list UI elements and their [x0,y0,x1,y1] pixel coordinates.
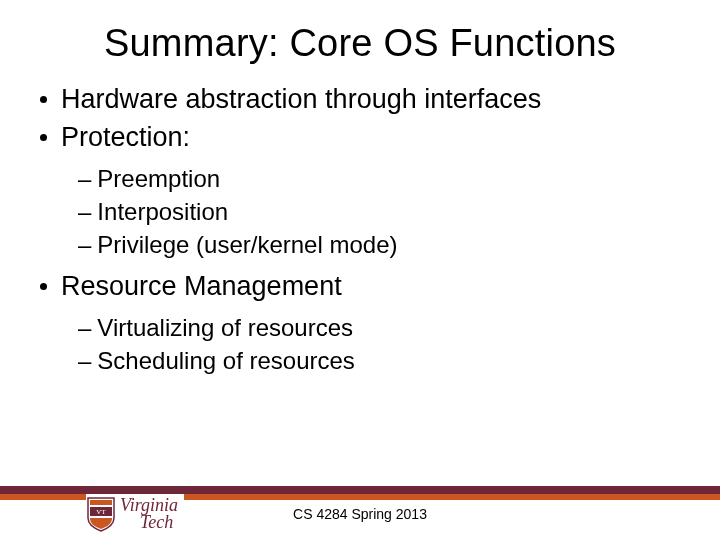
subbullet-text: Preemption [97,163,220,194]
dash-icon: – [78,312,91,343]
subbullet-virtualizing: – Virtualizing of resources [40,312,680,343]
logo-text: Virginia Tech [120,497,178,531]
dash-icon: – [78,229,91,260]
bullet-hardware-abstraction: Hardware abstraction through interfaces [40,83,680,117]
bullet-text: Protection: [61,121,190,155]
slide-title: Summary: Core OS Functions [0,0,720,83]
subbullet-privilege: – Privilege (user/kernel mode) [40,229,680,260]
bullet-dot-icon [40,134,47,141]
subbullet-text: Scheduling of resources [97,345,354,376]
logo-line2: Tech [140,514,178,531]
band-maroon [0,486,720,494]
subbullet-scheduling: – Scheduling of resources [40,345,680,376]
shield-icon: VT [86,496,116,532]
dash-icon: – [78,163,91,194]
dash-icon: – [78,196,91,227]
bullet-text: Resource Management [61,270,342,304]
subbullet-text: Interposition [97,196,228,227]
dash-icon: – [78,345,91,376]
subbullet-interposition: – Interposition [40,196,680,227]
bullet-protection: Protection: [40,121,680,155]
content-area: Hardware abstraction through interfaces … [0,83,720,376]
bullet-resource-management: Resource Management [40,270,680,304]
bullet-dot-icon [40,96,47,103]
subbullet-text: Privilege (user/kernel mode) [97,229,397,260]
subbullet-preemption: – Preemption [40,163,680,194]
protection-sublist: – Preemption – Interposition – Privilege… [40,163,680,261]
svg-text:VT: VT [96,508,106,516]
resource-sublist: – Virtualizing of resources – Scheduling… [40,312,680,376]
vt-logo: VT Virginia Tech [86,494,184,532]
subbullet-text: Virtualizing of resources [97,312,353,343]
bullet-text: Hardware abstraction through interfaces [61,83,541,117]
footer-course-info: CS 4284 Spring 2013 [293,506,427,522]
bullet-dot-icon [40,283,47,290]
svg-rect-0 [90,500,112,505]
